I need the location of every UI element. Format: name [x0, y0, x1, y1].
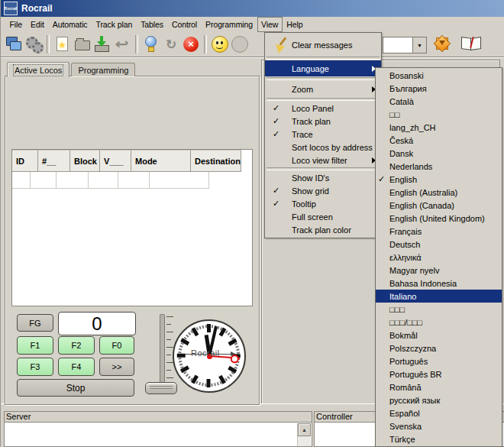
view-menu-item[interactable]: Clear messages: [265, 34, 381, 56]
menubar-item[interactable]: Tables: [137, 17, 168, 32]
menubar-item[interactable]: Help: [283, 17, 307, 32]
workspace-connect-icon[interactable]: [4, 34, 24, 54]
help-book-icon[interactable]: [460, 35, 480, 50]
language-menu-item[interactable]: English (Canada): [376, 199, 502, 212]
language-menu-item[interactable]: Português BR: [376, 368, 502, 381]
language-menu-item[interactable]: □□: [376, 108, 502, 121]
menubar: FileEditAutomaticTrack planTablesControl…: [1, 17, 504, 32]
language-menu-item[interactable]: Español: [376, 407, 502, 419]
menubar-item[interactable]: Control: [167, 17, 201, 32]
toolbar-separator: [47, 35, 50, 53]
language-menu-item[interactable]: Bokmål: [376, 329, 502, 342]
stop-button[interactable]: Stop: [17, 379, 134, 397]
server-log-scrollbar[interactable]: ▲: [297, 423, 311, 446]
view-menu-item[interactable]: Show ID's: [265, 171, 381, 184]
power-lamp-icon[interactable]: [141, 34, 161, 54]
view-menu-item[interactable]: Loco Panel: [265, 102, 381, 115]
loco-table-column-header[interactable]: Block: [70, 150, 100, 172]
loco-table-column-header[interactable]: V___: [100, 150, 131, 172]
update-burst-icon[interactable]: [433, 34, 450, 51]
view-menu-item[interactable]: Zoom: [265, 81, 381, 97]
language-menu-item[interactable]: Français: [376, 225, 502, 238]
save-download-icon[interactable]: [92, 34, 112, 54]
new-document-icon[interactable]: ★: [53, 34, 73, 54]
menubar-item[interactable]: View: [257, 17, 283, 32]
view-menu-item[interactable]: Loco view filter: [265, 154, 381, 167]
clock-minute-mark: [179, 364, 183, 366]
view-menu-item[interactable]: Language: [265, 60, 381, 76]
menubar-item[interactable]: Track plan: [92, 17, 137, 32]
view-menu-item[interactable]: Trace: [265, 128, 381, 141]
language-menu-item[interactable]: English (United Kingdom): [376, 212, 502, 225]
language-menu-item[interactable]: Türkçe: [376, 432, 502, 445]
menubar-item[interactable]: Automatic: [48, 17, 92, 32]
slider-handle[interactable]: [145, 382, 177, 394]
loco-table-column-header[interactable]: Mode: [131, 150, 191, 172]
view-menu-item[interactable]: Sort locos by address: [265, 141, 381, 154]
function-button[interactable]: F1: [17, 336, 53, 355]
language-menu-item[interactable]: Svenska: [376, 419, 502, 432]
combobox-dropdown-icon[interactable]: ▼: [412, 37, 426, 53]
menubar-item[interactable]: File: [5, 17, 27, 32]
language-menu-item[interactable]: □□□: [376, 303, 502, 316]
tab[interactable]: Active Locos: [7, 62, 69, 77]
fg-button[interactable]: FG: [17, 314, 53, 332]
loco-table-column-header[interactable]: #__: [38, 150, 70, 172]
scrollbar-up-icon[interactable]: ▲: [298, 423, 311, 436]
function-button[interactable]: F2: [58, 336, 95, 355]
slider-tick: [166, 324, 171, 325]
server-log[interactable]: ▲: [4, 422, 312, 447]
app-icon-text: Rocrail: [5, 7, 18, 11]
slider-tick: [166, 377, 173, 378]
language-menu-item[interactable]: Română: [376, 381, 502, 394]
function-button[interactable]: F3: [17, 358, 53, 376]
language-menu-item[interactable]: Português: [376, 355, 502, 368]
menubar-item[interactable]: Programming: [202, 17, 257, 32]
view-menu-item[interactable]: Full screen: [265, 210, 381, 223]
view-menu-item[interactable]: Tooltip: [265, 197, 381, 210]
smiley-go-icon[interactable]: [210, 34, 230, 54]
language-menu-item[interactable]: Bahasa Indonesia: [376, 277, 502, 290]
language-menu-item[interactable]: Català: [376, 95, 502, 108]
function-button[interactable]: F0: [99, 336, 134, 355]
language-menu-item[interactable]: Nederlands: [376, 160, 502, 173]
language-menu-item[interactable]: русский язык: [376, 394, 502, 407]
language-menu-item[interactable]: lang_zh_CH: [376, 121, 502, 134]
tab[interactable]: Programming: [71, 63, 135, 76]
language-menu-item[interactable]: English: [376, 173, 502, 186]
language-menu-item[interactable]: Česká: [376, 134, 502, 147]
clock-minute-mark: [205, 384, 207, 387]
auto-mode-loop-icon[interactable]: ↻: [161, 34, 181, 54]
clock-minute-mark: [179, 361, 182, 362]
view-menu-item[interactable]: Track plan: [265, 115, 381, 128]
language-menu-item[interactable]: □□□/□□□: [376, 316, 502, 329]
clock-minute-mark: [202, 384, 203, 387]
language-menu-item[interactable]: English (Australia): [376, 186, 502, 199]
loco-combobox-value[interactable]: [383, 37, 412, 53]
function-button[interactable]: F4: [58, 358, 95, 376]
language-menu-item[interactable]: Magyar nyelv: [376, 264, 502, 277]
loco-table-empty-row[interactable]: [12, 172, 241, 189]
loco-combobox[interactable]: ▼: [383, 37, 427, 53]
language-menu-item[interactable]: Deutsch: [376, 238, 502, 251]
undo-icon[interactable]: ↩: [112, 34, 132, 54]
language-menu-item[interactable]: България: [376, 82, 502, 95]
clock-minute-mark: [202, 326, 203, 329]
language-menu-item[interactable]: Italiano: [376, 290, 502, 303]
properties-gears-icon[interactable]: [24, 34, 44, 54]
emergency-stop-icon[interactable]: ×: [181, 34, 201, 54]
hidden-icon[interactable]: [230, 34, 250, 54]
menubar-item[interactable]: Edit: [27, 17, 49, 32]
language-menu-item[interactable]: Dansk: [376, 147, 502, 160]
language-menu-item[interactable]: Bosanski: [376, 69, 502, 82]
clock-minute-mark: [199, 326, 201, 329]
loco-table-column-header[interactable]: Destination: [191, 150, 241, 172]
clock-minute-mark: [195, 381, 198, 384]
view-menu-item[interactable]: Show grid: [265, 184, 381, 197]
language-menu-item[interactable]: Polszczyzna: [376, 342, 502, 355]
function-button[interactable]: >>: [99, 358, 134, 376]
loco-table-column-header[interactable]: ID: [12, 150, 38, 172]
view-menu-item[interactable]: Track plan color: [265, 223, 381, 236]
open-folder-icon[interactable]: [73, 34, 92, 54]
language-menu-item[interactable]: ελληνικά: [376, 251, 502, 264]
